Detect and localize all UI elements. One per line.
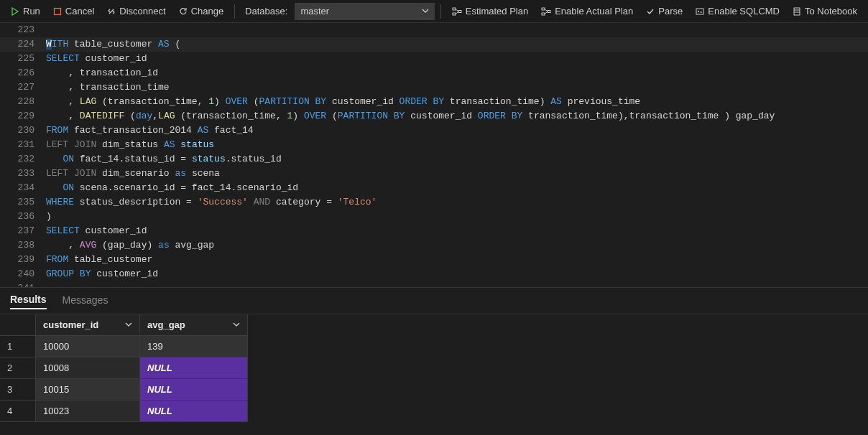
parse-button[interactable]: Parse [641, 4, 688, 19]
estimated-plan-button[interactable]: Estimated Plan [447, 4, 533, 19]
editor-line[interactable]: 225SELECT customer_id [0, 52, 868, 66]
chevron-down-icon[interactable] [233, 321, 240, 329]
line-number: 228 [0, 95, 46, 109]
code-content[interactable]: ) [46, 210, 868, 224]
column-header[interactable]: customer_id [36, 314, 140, 336]
code-content[interactable]: , DATEDIFF (day,LAG (transaction_time, 1… [46, 109, 868, 123]
code-content[interactable]: FROM table_customer [46, 253, 868, 267]
editor-line[interactable]: 229 , DATEDIFF (day,LAG (transaction_tim… [0, 109, 868, 123]
editor-line[interactable]: 238 , AVG (gap_day) as avg_gap [0, 238, 868, 253]
line-number: 231 [0, 138, 46, 152]
column-header[interactable]: avg_gap [140, 314, 248, 336]
editor-line[interactable]: 235WHERE status_description = 'Success' … [0, 195, 868, 210]
enable-sqlcmd-label: Enable SQLCMD [708, 6, 780, 17]
table-row[interactable]: 110000139 [0, 336, 868, 357]
table-row[interactable]: 210008NULL [0, 357, 868, 379]
code-content[interactable]: GROUP BY customer_id [46, 267, 868, 281]
enable-actual-plan-button[interactable]: Enable Actual Plan [536, 4, 638, 19]
row-number: 4 [0, 401, 36, 422]
run-label: Run [23, 6, 40, 17]
check-icon [646, 7, 655, 16]
code-content[interactable]: ON scena.scenario_id = fact_14.scenario_… [46, 181, 868, 195]
line-number: 229 [0, 109, 46, 123]
cell-avg-gap[interactable]: 139 [140, 336, 248, 357]
line-number: 232 [0, 152, 46, 167]
editor-line[interactable]: 232 ON fact_14.status_id = status.status… [0, 152, 868, 167]
chevron-down-icon[interactable] [125, 321, 132, 329]
code-content[interactable] [46, 23, 868, 37]
code-content[interactable]: SELECT customer_id [46, 52, 868, 66]
editor-line[interactable]: 239FROM table_customer [0, 253, 868, 267]
enable-sqlcmd-button[interactable]: Enable SQLCMD [691, 4, 785, 19]
database-selected-value: master [300, 6, 329, 17]
row-number-header [0, 314, 36, 336]
cell-customer-id[interactable]: 10000 [36, 336, 140, 357]
editor-line[interactable]: 237SELECT customer_id [0, 224, 868, 238]
to-notebook-button[interactable]: To Notebook [788, 4, 862, 19]
code-content[interactable]: SELECT customer_id [46, 224, 868, 238]
cell-avg-gap[interactable]: NULL [140, 379, 248, 401]
code-content[interactable]: , transaction_id [46, 66, 868, 80]
editor-line[interactable]: 226 , transaction_id [0, 66, 868, 80]
svg-rect-3 [458, 10, 461, 12]
editor-line[interactable]: 224WITH table_customer AS ( [0, 37, 868, 52]
table-row[interactable]: 310015NULL [0, 379, 868, 401]
toolbar-separator [234, 4, 235, 19]
column-header-label: avg_gap [147, 319, 185, 330]
code-content[interactable]: LEFT JOIN dim_status AS status [46, 138, 868, 152]
table-row[interactable]: 410023NULL [0, 401, 868, 422]
editor-line[interactable]: 223 [0, 23, 868, 37]
cancel-button[interactable]: Cancel [48, 4, 99, 19]
disconnect-label: Disconnect [119, 6, 165, 17]
line-number: 239 [0, 253, 46, 267]
change-button[interactable]: Change [174, 4, 229, 19]
line-number: 225 [0, 52, 46, 66]
editor-line[interactable]: 231LEFT JOIN dim_status AS status [0, 138, 868, 152]
change-label: Change [191, 6, 224, 17]
svg-rect-8 [794, 8, 800, 15]
editor-line[interactable]: 230FROM fact_transaction_2014 AS fact_14 [0, 123, 868, 138]
editor-line[interactable]: 240GROUP BY customer_id [0, 267, 868, 281]
line-number: 224 [0, 37, 46, 52]
editor-line[interactable]: 228 , LAG (transaction_time, 1) OVER (PA… [0, 95, 868, 109]
editor-line[interactable]: 227 , transaction_time [0, 80, 868, 95]
code-content[interactable]: , AVG (gap_day) as avg_gap [46, 238, 868, 253]
disconnect-button[interactable]: Disconnect [102, 4, 170, 19]
column-header-label: customer_id [43, 319, 98, 330]
tab-messages[interactable]: Messages [63, 294, 108, 309]
run-button[interactable]: Run [6, 4, 45, 19]
cell-customer-id[interactable]: 10008 [36, 357, 140, 379]
code-content[interactable]: WHERE status_description = 'Success' AND… [46, 195, 868, 210]
code-content[interactable]: FROM fact_transaction_2014 AS fact_14 [46, 123, 868, 138]
code-content[interactable] [46, 281, 868, 287]
notebook-icon [793, 7, 801, 16]
change-icon [179, 7, 188, 16]
line-number: 238 [0, 238, 46, 253]
tab-results[interactable]: Results [10, 294, 47, 309]
code-content[interactable]: , transaction_time [46, 80, 868, 95]
code-content[interactable]: WITH table_customer AS ( [46, 37, 868, 52]
cell-avg-gap[interactable]: NULL [140, 401, 248, 422]
cell-avg-gap[interactable]: NULL [140, 357, 248, 379]
code-content[interactable]: , LAG (transaction_time, 1) OVER (PARTIT… [46, 95, 868, 109]
editor-line[interactable]: 236) [0, 210, 868, 224]
panel-tabs: Results Messages [0, 288, 868, 314]
svg-rect-1 [453, 8, 456, 10]
cell-customer-id[interactable]: 10015 [36, 379, 140, 401]
table-header-row: customer_idavg_gap [0, 314, 868, 336]
parse-label: Parse [658, 6, 683, 17]
sql-editor[interactable]: 223224WITH table_customer AS (225SELECT … [0, 23, 868, 287]
editor-line[interactable]: 233LEFT JOIN dim_scenario as scena [0, 167, 868, 181]
code-content[interactable]: ON fact_14.status_id = status.status_id [46, 152, 868, 167]
row-number: 1 [0, 336, 36, 357]
database-select[interactable]: master [295, 3, 434, 20]
plan-actual-icon [541, 7, 551, 16]
editor-line[interactable]: 241 [0, 281, 868, 287]
line-number: 234 [0, 181, 46, 195]
cell-customer-id[interactable]: 10023 [36, 401, 140, 422]
svg-rect-6 [548, 10, 550, 12]
results-panel: Results Messages customer_idavg_gap11000… [0, 287, 868, 435]
code-content[interactable]: LEFT JOIN dim_scenario as scena [46, 167, 868, 181]
results-grid[interactable]: customer_idavg_gap110000139210008NULL310… [0, 314, 868, 422]
editor-line[interactable]: 234 ON scena.scenario_id = fact_14.scena… [0, 181, 868, 195]
